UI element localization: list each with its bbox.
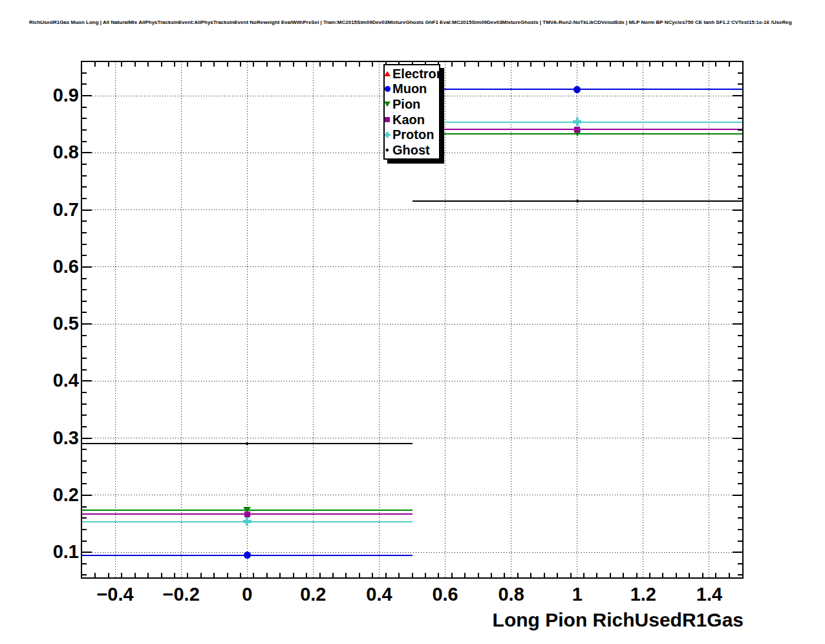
tick-mark-right: [738, 301, 742, 302]
tick-mark-bottom: [623, 573, 624, 577]
tick-mark-bottom: [504, 573, 505, 577]
tick-mark-top: [94, 62, 96, 67]
tick-mark-left: [82, 438, 92, 439]
marker-ghost: [575, 199, 579, 203]
tick-mark-bottom: [636, 573, 638, 577]
legend-marker-kaon-icon: [382, 117, 392, 122]
tick-mark-right: [738, 517, 742, 519]
tick-mark-right: [738, 426, 742, 427]
x-tick-label: 0: [242, 585, 252, 604]
tick-mark-top: [319, 62, 321, 67]
tick-mark-bottom: [134, 573, 136, 577]
tick-mark-top: [187, 62, 188, 67]
tick-mark-bottom: [676, 573, 677, 577]
tick-mark-left: [82, 517, 87, 519]
tick-mark-left: [82, 175, 87, 177]
tick-mark-left: [82, 449, 87, 450]
tick-mark-right: [733, 152, 742, 153]
tick-mark-bottom: [187, 573, 188, 577]
y-tick-label: 0.3: [21, 429, 79, 447]
tick-mark-left: [82, 414, 87, 416]
marker-muon: [573, 86, 581, 93]
tick-mark-bottom: [332, 573, 334, 577]
tick-mark-top: [544, 62, 545, 67]
tick-mark-top: [200, 62, 202, 67]
tick-mark-left: [82, 107, 87, 108]
legend-label-ghost: Ghost: [392, 144, 430, 156]
ghost-icon: [385, 149, 389, 152]
tick-mark-left: [82, 220, 87, 222]
tick-mark-bottom: [517, 573, 519, 577]
gridline-vertical: [247, 62, 248, 577]
tick-mark-top: [649, 62, 650, 67]
x-tick-label: 1.2: [630, 585, 656, 604]
marker-kaon: [574, 127, 580, 133]
x-tick-label: 1: [572, 585, 583, 604]
x-tick-label: −0.4: [96, 585, 133, 604]
root-canvas: RichUsedR1Gas Muon Long | All NaturalMix…: [0, 0, 825, 644]
legend-entry-kaon: Kaon: [385, 112, 439, 127]
gridline-vertical: [445, 62, 445, 577]
tick-mark-left: [82, 346, 87, 347]
tick-mark-right: [738, 346, 742, 347]
legend-entry-proton: Proton: [385, 127, 439, 142]
tick-mark-left: [82, 278, 87, 279]
tick-mark-bottom: [491, 573, 492, 577]
tick-mark-left: [82, 95, 92, 96]
tick-mark-right: [738, 83, 742, 85]
tick-mark-bottom: [253, 573, 254, 577]
tick-mark-right: [738, 198, 742, 199]
tick-mark-left: [82, 563, 87, 564]
tick-mark-left: [82, 152, 92, 153]
marker-ghost: [245, 442, 249, 445]
tick-mark-bottom: [306, 573, 307, 577]
tick-mark-right: [738, 129, 742, 131]
tick-mark-right: [733, 438, 742, 439]
tick-mark-bottom: [649, 573, 650, 577]
tick-mark-top: [174, 62, 175, 67]
tick-mark-right: [733, 209, 742, 211]
tick-mark-top: [227, 62, 228, 67]
tick-mark-left: [82, 83, 87, 85]
tick-mark-bottom: [729, 573, 730, 577]
y-tick-label: 0.4: [21, 371, 79, 390]
tick-mark-top: [491, 62, 492, 67]
y-tick-label: 0.5: [21, 314, 79, 333]
tick-mark-left: [82, 118, 87, 119]
tick-mark-top: [596, 62, 597, 67]
tick-mark-left: [82, 232, 87, 233]
tick-mark-top: [729, 62, 730, 67]
tick-mark-top: [636, 62, 638, 67]
legend-label-electron: Electron: [392, 67, 444, 80]
tick-mark-top: [345, 62, 347, 67]
tick-mark-bottom: [438, 573, 439, 577]
tick-mark-bottom: [293, 573, 294, 577]
tick-mark-bottom: [147, 573, 149, 577]
legend-entry-muon: Muon: [385, 81, 439, 96]
tick-mark-right: [738, 449, 742, 450]
tick-mark-top: [623, 62, 624, 67]
tick-mark-top: [570, 62, 572, 67]
tick-mark-right: [738, 72, 742, 74]
tick-mark-bottom: [227, 573, 228, 577]
tick-mark-top: [147, 62, 149, 67]
tick-mark-top: [359, 62, 360, 67]
tick-mark-left: [82, 552, 92, 553]
legend-marker-ghost-icon: [382, 149, 392, 151]
tick-mark-bottom: [570, 573, 572, 577]
tick-mark-right: [738, 335, 742, 336]
tick-mark-right: [738, 312, 742, 313]
tick-mark-bottom: [240, 573, 241, 577]
plot-frame: ElectronMuonPionKaonProtonGhost 0.10.20.…: [82, 62, 742, 577]
tick-mark-left: [82, 392, 87, 393]
tick-mark-bottom: [662, 573, 663, 577]
tick-mark-bottom: [478, 573, 479, 577]
tick-mark-bottom: [557, 573, 558, 577]
tick-mark-bottom: [319, 573, 321, 577]
tick-mark-top: [702, 62, 703, 67]
marker-kaon: [244, 511, 250, 517]
gridline-vertical: [115, 62, 116, 577]
tick-mark-right: [738, 232, 742, 233]
tick-mark-bottom: [174, 573, 175, 577]
tick-mark-top: [240, 62, 241, 67]
